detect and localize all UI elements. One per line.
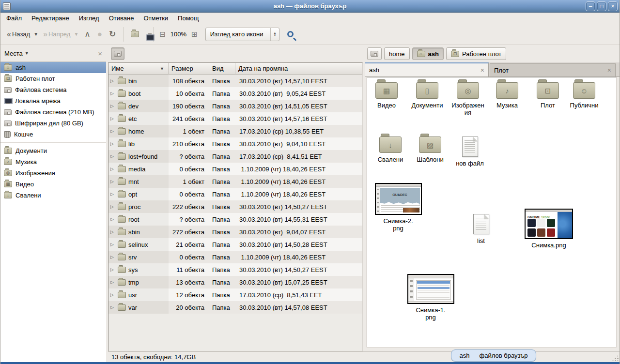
breadcrumb-home-button[interactable]: home xyxy=(384,47,410,60)
reload-button[interactable]: ↻ xyxy=(106,27,119,41)
expander-icon[interactable]: ▷ xyxy=(110,167,115,171)
table-row[interactable]: ▷root? обектаПапка30.03.2010 (вт) 14,55,… xyxy=(108,213,362,226)
table-row[interactable]: ▷opt0 обектаПапка 1.10.2009 (чт) 18,40,2… xyxy=(108,188,362,200)
expander-icon[interactable]: ▷ xyxy=(110,154,115,159)
table-row[interactable]: ▷srv0 обектаПапка 1.10.2009 (чт) 18,40,2… xyxy=(108,251,362,263)
expander-icon[interactable]: ▷ xyxy=(110,192,115,197)
sidebar-item-ash[interactable]: ⌂ash xyxy=(0,62,106,73)
up-button[interactable]: ∧ xyxy=(81,27,93,41)
sidebar-item-файлова-система[interactable]: Файлова система xyxy=(0,84,106,95)
expander-icon[interactable]: ▷ xyxy=(110,141,115,146)
expander-icon[interactable]: ▷ xyxy=(110,267,115,272)
expander-icon[interactable]: ▷ xyxy=(110,280,115,285)
table-row[interactable]: ▷selinux21 обектаПапка30.03.2010 (вт) 14… xyxy=(108,238,362,251)
sidebar-title[interactable]: Места xyxy=(4,50,23,57)
icon-view-item[interactable]: list xyxy=(458,214,504,244)
tree-cell-type: Папка xyxy=(209,150,235,163)
folder-name: selinux xyxy=(128,241,148,248)
sidebar-item-видео[interactable]: ▦Видео xyxy=(0,179,106,190)
sidebar-title-dropdown-icon[interactable]: ▼ xyxy=(25,51,29,56)
table-row[interactable]: ▷lost+found? обектаПапка17.03.2010 (ср) … xyxy=(108,150,362,163)
expander-icon[interactable]: ▷ xyxy=(110,78,115,83)
expander-icon[interactable]: ▷ xyxy=(110,229,115,234)
menu-edit[interactable]: Редактиране xyxy=(27,14,74,23)
sidebar-item-локална-мрежа[interactable]: Локална мрежа xyxy=(0,95,106,106)
table-row[interactable]: ▷proc222 обектаПапка30.03.2010 (вт) 14,5… xyxy=(108,200,362,213)
home-button[interactable]: ⌂ xyxy=(127,29,142,39)
expander-icon[interactable]: ▷ xyxy=(110,91,115,96)
table-row[interactable]: ▷lib210 обектаПапка30.03.2010 (вт) 9,04,… xyxy=(108,137,362,150)
menu-help[interactable]: Помощ xyxy=(173,14,203,23)
forward-button[interactable]: » Напред ▼ xyxy=(41,28,81,41)
back-button[interactable]: « Назад ▼ xyxy=(4,28,41,41)
expander-icon[interactable]: ▷ xyxy=(110,242,115,247)
close-button[interactable]: × xyxy=(608,1,618,11)
icon-view-item[interactable]: ▦Видео xyxy=(367,82,410,109)
tab-close-icon[interactable]: × xyxy=(480,66,484,74)
expander-icon[interactable]: ▷ xyxy=(110,292,115,297)
computer-button[interactable] xyxy=(142,32,149,36)
sidebar-item-изображения[interactable]: ◎Изображения xyxy=(0,167,106,179)
search-icon[interactable] xyxy=(287,31,294,37)
sidebar-item-шифриран-дял-80-gb-[interactable]: Шифриран дял (80 GB) xyxy=(0,118,106,129)
breadcrumb-root-button[interactable] xyxy=(367,47,382,60)
icon-view-item[interactable]: ☺Публични xyxy=(561,82,607,109)
icon-view-item[interactable]: GNOME StoreСнимка.png xyxy=(526,209,572,249)
sidebar-item-файлова-система-210-mb-[interactable]: Файлова система (210 MB) xyxy=(0,106,106,118)
icon-view-item[interactable]: Снимка-1.png xyxy=(407,274,454,321)
menu-view[interactable]: Изглед xyxy=(74,14,104,23)
zoom-in-button[interactable]: ⊞ xyxy=(189,29,200,40)
tab-plot[interactable]: Плот × xyxy=(490,63,616,76)
column-header-size[interactable]: Размер xyxy=(169,63,209,75)
sidebar-item-музика[interactable]: ♪Музика xyxy=(0,156,106,167)
expander-icon[interactable]: ▷ xyxy=(110,116,115,121)
taskbar-window-button[interactable]: ash — файлов браузър xyxy=(451,349,536,362)
expander-icon[interactable]: ▷ xyxy=(110,129,115,134)
table-row[interactable]: ▷sbin272 обектаПапка30.03.2010 (вт) 9,04… xyxy=(108,226,362,238)
expander-icon[interactable]: ▷ xyxy=(110,204,115,209)
expander-icon[interactable]: ▷ xyxy=(110,305,115,310)
forward-dropdown-icon[interactable]: ▼ xyxy=(74,31,78,37)
table-row[interactable]: ▷var20 обектаПапка30.03.2010 (вт) 14,57,… xyxy=(108,301,362,314)
expander-icon[interactable]: ▷ xyxy=(110,179,115,184)
maximize-button[interactable]: □ xyxy=(597,1,606,11)
table-row[interactable]: ▷media0 обектаПапка 1.10.2009 (чт) 18,40… xyxy=(108,163,362,175)
sidebar-item-документи[interactable]: ▯Документи xyxy=(0,145,106,156)
breadcrumb-desktop-button[interactable]: ⊡ Работен плот xyxy=(446,47,506,60)
column-header-date[interactable]: Дата на промяна xyxy=(235,63,362,75)
menu-file[interactable]: Файл xyxy=(5,14,27,23)
expander-icon[interactable]: ▷ xyxy=(110,217,115,222)
view-mode-selector[interactable]: Изглед като икони ▲▼ xyxy=(205,28,280,41)
breadcrumb-ash-button[interactable]: ⌂ ash xyxy=(412,47,444,60)
table-row[interactable]: ▷sys11 обектаПапка30.03.2010 (вт) 14,50,… xyxy=(108,263,362,276)
table-row[interactable]: ▷boot10 обектаПапка30.03.2010 (вт) 9,05,… xyxy=(108,87,362,100)
table-row[interactable]: ▷tmp13 обектаПапка30.03.2010 (вт) 15,07,… xyxy=(108,276,362,288)
sidebar-item-работен-плот[interactable]: ⊡Работен плот xyxy=(0,73,106,84)
table-row[interactable]: ▷mnt1 обектПапка 1.10.2009 (чт) 18,40,26… xyxy=(108,175,362,188)
table-row[interactable]: ▷usr12 обектаПапка17.03.2010 (ср) 8,51,4… xyxy=(108,288,362,301)
table-row[interactable]: ▷bin108 обектаПапка30.03.2010 (вт) 14,57… xyxy=(108,75,362,87)
table-row[interactable]: ▷home1 обектПапка17.03.2010 (ср) 10,38,5… xyxy=(108,125,362,137)
table-row[interactable]: ▷etc241 обектаПапка30.03.2010 (вт) 14,57… xyxy=(108,112,362,125)
icon-view-item[interactable]: ♪Музика xyxy=(484,82,530,109)
stop-button[interactable]: ● xyxy=(94,28,106,41)
column-header-type[interactable]: Вид xyxy=(209,63,235,75)
minimize-button[interactable]: – xyxy=(586,1,595,11)
column-header-name[interactable]: Име▼ xyxy=(108,63,169,75)
menu-go[interactable]: Отиване xyxy=(104,14,139,23)
table-row[interactable]: ▷dev190 обектаПапка30.03.2010 (вт) 14,51… xyxy=(108,100,362,112)
tab-ash[interactable]: ash × xyxy=(365,62,489,76)
menu-bookmarks[interactable]: Отметки xyxy=(139,14,173,23)
icon-view-item[interactable]: ▯Документи xyxy=(404,82,450,109)
icon-view-item[interactable]: нов файл xyxy=(447,136,493,167)
expander-icon[interactable]: ▷ xyxy=(110,255,115,259)
sidebar-item-свалени[interactable]: ↓Свалени xyxy=(0,190,106,201)
sidebar-close-icon[interactable]: × xyxy=(98,49,102,58)
root-location-button[interactable] xyxy=(111,47,124,60)
zoom-out-button[interactable]: ⊟ xyxy=(157,29,168,40)
sidebar-item-кошче[interactable]: Кошче xyxy=(0,129,106,140)
back-dropdown-icon[interactable]: ▼ xyxy=(33,31,38,37)
expander-icon[interactable]: ▷ xyxy=(110,104,115,108)
icon-view-item[interactable]: GUADECСнимка-2.png xyxy=(375,183,421,232)
tab-close-icon[interactable]: × xyxy=(607,66,611,74)
